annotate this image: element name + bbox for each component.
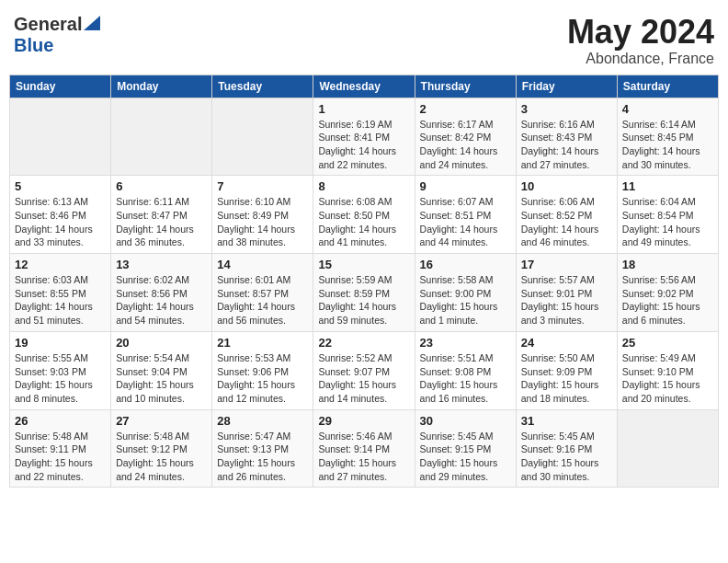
day-number: 14 bbox=[217, 258, 308, 271]
day-info: Sunrise: 5:52 AMSunset: 9:07 PMDaylight:… bbox=[318, 351, 409, 406]
day-info: Sunrise: 6:16 AMSunset: 8:43 PMDaylight:… bbox=[521, 118, 612, 172]
day-number: 6 bbox=[116, 179, 207, 193]
calendar-cell: 16Sunrise: 5:58 AMSunset: 9:00 PMDayligh… bbox=[415, 254, 516, 332]
day-header-friday: Friday bbox=[516, 75, 617, 98]
day-info: Sunrise: 6:04 AMSunset: 8:54 PMDaylight:… bbox=[622, 195, 713, 249]
calendar-cell: 17Sunrise: 5:57 AMSunset: 9:01 PMDayligh… bbox=[516, 254, 617, 332]
day-header-monday: Monday bbox=[111, 75, 212, 98]
day-number: 23 bbox=[420, 336, 511, 350]
calendar-cell: 12Sunrise: 6:03 AMSunset: 8:55 PMDayligh… bbox=[10, 254, 111, 332]
calendar-cell: 30Sunrise: 5:45 AMSunset: 9:15 PMDayligh… bbox=[415, 409, 516, 488]
day-info: Sunrise: 6:02 AMSunset: 8:56 PMDaylight:… bbox=[116, 273, 207, 327]
calendar-cell bbox=[617, 409, 718, 488]
calendar-table: SundayMondayTuesdayWednesdayThursdayFrid… bbox=[9, 75, 719, 488]
day-number: 4 bbox=[622, 102, 713, 116]
day-number: 2 bbox=[420, 102, 511, 116]
day-info: Sunrise: 5:50 AMSunset: 9:09 PMDaylight:… bbox=[521, 351, 612, 406]
logo-arrow-icon bbox=[84, 16, 100, 34]
calendar-cell: 28Sunrise: 5:47 AMSunset: 9:13 PMDayligh… bbox=[212, 409, 313, 488]
day-number: 29 bbox=[318, 414, 409, 428]
calendar-cell bbox=[10, 98, 111, 176]
day-number: 20 bbox=[116, 336, 207, 350]
day-number: 1 bbox=[318, 102, 409, 116]
calendar-header-row: SundayMondayTuesdayWednesdayThursdayFrid… bbox=[10, 75, 719, 98]
day-number: 13 bbox=[116, 258, 207, 271]
calendar-cell: 27Sunrise: 5:48 AMSunset: 9:12 PMDayligh… bbox=[111, 409, 212, 488]
day-info: Sunrise: 5:57 AMSunset: 9:01 PMDaylight:… bbox=[521, 273, 612, 327]
calendar-cell: 3Sunrise: 6:16 AMSunset: 8:43 PMDaylight… bbox=[516, 98, 617, 176]
day-header-wednesday: Wednesday bbox=[313, 75, 415, 98]
calendar-cell: 2Sunrise: 6:17 AMSunset: 8:42 PMDaylight… bbox=[415, 98, 516, 176]
day-number: 12 bbox=[15, 258, 106, 271]
day-info: Sunrise: 6:10 AMSunset: 8:49 PMDaylight:… bbox=[217, 195, 308, 249]
calendar-cell: 31Sunrise: 5:45 AMSunset: 9:16 PMDayligh… bbox=[516, 409, 617, 488]
calendar-cell: 13Sunrise: 6:02 AMSunset: 8:56 PMDayligh… bbox=[111, 254, 212, 332]
day-number: 28 bbox=[217, 414, 308, 428]
calendar-cell bbox=[212, 98, 313, 176]
day-number: 9 bbox=[420, 179, 511, 193]
day-info: Sunrise: 5:48 AMSunset: 9:11 PMDaylight:… bbox=[15, 430, 106, 484]
day-number: 3 bbox=[521, 102, 612, 116]
logo-general-text: General bbox=[14, 14, 82, 35]
calendar-cell: 7Sunrise: 6:10 AMSunset: 8:49 PMDaylight… bbox=[212, 176, 313, 254]
calendar-week-3: 12Sunrise: 6:03 AMSunset: 8:55 PMDayligh… bbox=[10, 254, 719, 332]
calendar-cell: 19Sunrise: 5:55 AMSunset: 9:03 PMDayligh… bbox=[10, 331, 111, 409]
day-info: Sunrise: 5:59 AMSunset: 8:59 PMDaylight:… bbox=[318, 273, 409, 327]
day-info: Sunrise: 5:46 AMSunset: 9:14 PMDaylight:… bbox=[318, 430, 409, 484]
calendar-cell: 4Sunrise: 6:14 AMSunset: 8:45 PMDaylight… bbox=[617, 98, 718, 176]
day-number: 8 bbox=[318, 179, 409, 193]
title-area: May 2024 Abondance, France bbox=[567, 14, 714, 67]
calendar-cell: 29Sunrise: 5:46 AMSunset: 9:14 PMDayligh… bbox=[313, 409, 415, 488]
calendar-cell: 9Sunrise: 6:07 AMSunset: 8:51 PMDaylight… bbox=[415, 176, 516, 254]
svg-marker-0 bbox=[84, 16, 100, 30]
calendar-cell: 25Sunrise: 5:49 AMSunset: 9:10 PMDayligh… bbox=[617, 331, 718, 409]
day-info: Sunrise: 5:58 AMSunset: 9:00 PMDaylight:… bbox=[420, 273, 511, 327]
day-info: Sunrise: 6:03 AMSunset: 8:55 PMDaylight:… bbox=[15, 273, 106, 327]
day-number: 26 bbox=[15, 414, 106, 428]
day-info: Sunrise: 5:47 AMSunset: 9:13 PMDaylight:… bbox=[217, 430, 308, 484]
calendar-cell bbox=[111, 98, 212, 176]
day-info: Sunrise: 6:07 AMSunset: 8:51 PMDaylight:… bbox=[420, 195, 511, 249]
calendar-header: General Blue May 2024 Abondance, France bbox=[9, 9, 719, 67]
calendar-cell: 8Sunrise: 6:08 AMSunset: 8:50 PMDaylight… bbox=[313, 176, 415, 254]
day-number: 24 bbox=[521, 336, 612, 350]
day-number: 17 bbox=[521, 258, 612, 271]
calendar-location: Abondance, France bbox=[567, 51, 714, 67]
day-number: 21 bbox=[217, 336, 308, 350]
calendar-cell: 18Sunrise: 5:56 AMSunset: 9:02 PMDayligh… bbox=[617, 254, 718, 332]
calendar-week-1: 1Sunrise: 6:19 AMSunset: 8:41 PMDaylight… bbox=[10, 98, 719, 176]
calendar-cell: 20Sunrise: 5:54 AMSunset: 9:04 PMDayligh… bbox=[111, 331, 212, 409]
calendar-cell: 23Sunrise: 5:51 AMSunset: 9:08 PMDayligh… bbox=[415, 331, 516, 409]
day-number: 5 bbox=[15, 179, 106, 193]
day-number: 27 bbox=[116, 414, 207, 428]
day-info: Sunrise: 5:45 AMSunset: 9:15 PMDaylight:… bbox=[420, 430, 511, 484]
day-number: 31 bbox=[521, 414, 612, 428]
day-info: Sunrise: 6:08 AMSunset: 8:50 PMDaylight:… bbox=[318, 195, 409, 249]
day-info: Sunrise: 6:17 AMSunset: 8:42 PMDaylight:… bbox=[420, 118, 511, 172]
day-info: Sunrise: 6:13 AMSunset: 8:46 PMDaylight:… bbox=[15, 195, 106, 249]
calendar-cell: 21Sunrise: 5:53 AMSunset: 9:06 PMDayligh… bbox=[212, 331, 313, 409]
calendar-cell: 14Sunrise: 6:01 AMSunset: 8:57 PMDayligh… bbox=[212, 254, 313, 332]
logo: General Blue bbox=[14, 14, 100, 56]
day-header-tuesday: Tuesday bbox=[212, 75, 313, 98]
day-info: Sunrise: 5:55 AMSunset: 9:03 PMDaylight:… bbox=[15, 351, 106, 406]
day-number: 15 bbox=[318, 258, 409, 271]
day-info: Sunrise: 6:19 AMSunset: 8:41 PMDaylight:… bbox=[318, 118, 409, 172]
day-info: Sunrise: 5:49 AMSunset: 9:10 PMDaylight:… bbox=[622, 351, 713, 406]
calendar-cell: 6Sunrise: 6:11 AMSunset: 8:47 PMDaylight… bbox=[111, 176, 212, 254]
day-info: Sunrise: 5:56 AMSunset: 9:02 PMDaylight:… bbox=[622, 273, 713, 327]
calendar-cell: 24Sunrise: 5:50 AMSunset: 9:09 PMDayligh… bbox=[516, 331, 617, 409]
day-info: Sunrise: 6:11 AMSunset: 8:47 PMDaylight:… bbox=[116, 195, 207, 249]
day-header-sunday: Sunday bbox=[10, 75, 111, 98]
day-info: Sunrise: 6:14 AMSunset: 8:45 PMDaylight:… bbox=[622, 118, 713, 172]
day-number: 16 bbox=[420, 258, 511, 271]
calendar-week-5: 26Sunrise: 5:48 AMSunset: 9:11 PMDayligh… bbox=[10, 409, 719, 488]
day-info: Sunrise: 6:01 AMSunset: 8:57 PMDaylight:… bbox=[217, 273, 308, 327]
day-number: 30 bbox=[420, 414, 511, 428]
day-number: 25 bbox=[622, 336, 713, 350]
day-number: 22 bbox=[318, 336, 409, 350]
calendar-cell: 5Sunrise: 6:13 AMSunset: 8:46 PMDaylight… bbox=[10, 176, 111, 254]
day-number: 19 bbox=[15, 336, 106, 350]
day-number: 18 bbox=[622, 258, 713, 271]
day-info: Sunrise: 5:54 AMSunset: 9:04 PMDaylight:… bbox=[116, 351, 207, 406]
